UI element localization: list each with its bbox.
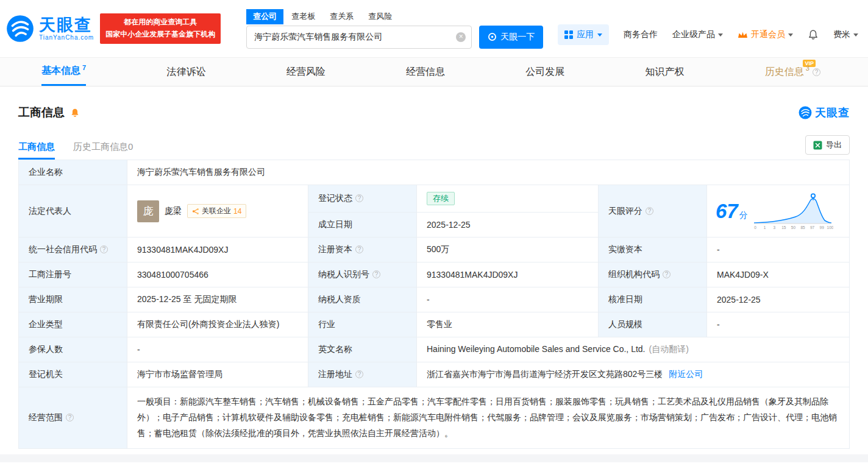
reg-capital-label: 注册资本 [308,238,417,262]
english-name-value: Haining Weileying Automobile Sales and S… [417,337,850,362]
export-button[interactable]: 导出 [805,135,850,155]
company-type-value: 有限责任公司(外商投资企业法人独资) [127,312,308,337]
tyc-score-cell: 67分 0 1 3 15 50 [707,185,850,238]
related-companies-count: 14 [233,207,241,216]
brand-name: 天眼查 [39,16,94,35]
legal-rep-avatar[interactable]: 庞 [137,200,159,222]
tab-legal-litigation[interactable]: 法律诉讼 [166,58,205,86]
score-distribution-chart: 0 1 3 15 50 85 97 99 100 [753,192,833,231]
search-input[interactable] [246,26,472,49]
business-scope-value: 一般项目：新能源汽车整车销售；汽车销售；机械设备销售；五金产品零售；汽车零配件零… [127,387,850,449]
tab-history-info-count: 3 [806,65,809,72]
search-button[interactable]: 天眼一下 [479,26,543,49]
svg-text:15: 15 [781,225,786,230]
credit-code-value: 91330481MAK4JD09XJ [127,238,308,262]
table-row: 企业名称 海宁蔚乐萤汽车销售服务有限公司 [19,160,850,185]
tianyancha-logo[interactable]: 天眼查 TianYanCha.com [6,15,94,43]
open-vip-label: 开通会员 [751,29,785,40]
tab-basic-info[interactable]: 基本信息 7 [41,58,86,86]
legal-rep-label: 法定代表人 [19,185,127,238]
tab-business-info[interactable]: 经营信息 [406,58,445,86]
tyc-score-label: 天眼评分 [599,185,707,238]
insured-count-value: - [127,337,308,362]
eye-icon [488,32,497,41]
auto-translate-note: (自动翻译) [649,344,689,354]
business-term-label: 营业期限 [19,287,127,312]
chevron-down-icon [788,33,793,37]
help-icon[interactable] [646,207,653,215]
business-cooperation-link[interactable]: 商务合作 [624,29,658,40]
english-name-label: 英文名称 [308,337,417,362]
tab-history-info-label: 历史信息 [765,66,804,79]
paid-capital-value: - [707,238,850,262]
staff-size-label: 人员规模 [599,312,707,337]
table-row: 经营范围 一般项目：新能源汽车整车销售；汽车销售；机械设备销售；五金产品零售；汽… [19,387,850,449]
reg-number-value: 330481000705466 [127,262,308,287]
table-row: 统一社会信用代码 91330481MAK4JD09XJ 注册资本 500万 实缴… [19,238,850,262]
help-icon[interactable] [66,414,74,421]
section-divider [0,454,868,462]
help-icon[interactable] [355,370,363,378]
tianyancha-logo-icon [799,106,812,119]
nearby-companies-link[interactable]: 附近公司 [669,369,703,379]
notifications-button[interactable] [808,29,819,40]
business-scope-label: 经营范围 [19,387,127,449]
search-tab-company[interactable]: 查公司 [246,9,283,24]
tab-company-development[interactable]: 公司发展 [525,58,564,86]
org-code-label: 组织机构代码 [599,262,707,287]
svg-text:3: 3 [773,225,775,230]
bell-icon [70,108,80,118]
clear-search-icon[interactable] [456,32,466,42]
main-content: 工商信息 天眼查 工商信息 历史工商信息0 [0,105,868,449]
header-right-nav: 应用 商务合作 企业级产品 开通会员 费米 [558,12,858,45]
company-name-value: 海宁蔚乐萤汽车销售服务有限公司 [127,160,850,185]
tab-basic-info-label: 基本信息 [41,65,80,77]
help-icon[interactable] [813,68,820,76]
tab-history-info[interactable]: VIP 历史信息 3 [765,58,820,86]
credit-code-label: 统一社会信用代码 [19,238,127,262]
help-icon[interactable] [663,270,671,278]
apps-menu[interactable]: 应用 [558,24,609,45]
svg-text:0: 0 [754,225,756,230]
subtab-history-registration[interactable]: 历史工商信息0 [73,141,133,160]
tab-operation-risk[interactable]: 经营风险 [286,58,326,86]
enterprise-products-label: 企业级产品 [672,29,715,40]
help-icon[interactable] [355,194,363,202]
bell-icon [808,29,819,40]
user-menu[interactable]: 费米 [833,29,858,40]
tab-intellectual-property[interactable]: 知识产权 [646,58,685,86]
search-tab-risk[interactable]: 查风险 [361,9,399,24]
legal-rep-name-link[interactable]: 庞梁 [165,206,182,217]
company-page-tabs: 基本信息 7 法律诉讼 经营风险 经营信息 公司发展 知识产权 VIP 历史信息… [0,57,868,86]
promo-line-1: 都在用的商业查询工具 [105,16,215,29]
monitor-bell-button[interactable] [70,108,80,118]
taxpayer-id-label: 纳税人识别号 [308,262,417,287]
svg-text:99: 99 [819,225,824,230]
help-icon[interactable] [100,245,108,253]
paid-capital-label: 实缴资本 [599,238,707,262]
reg-address-value: 浙江省嘉兴市海宁市海昌街道海宁经济开发区文苑路802号三楼附近公司 [417,362,850,387]
search-tab-boss[interactable]: 查老板 [285,9,322,24]
open-vip-menu[interactable]: 开通会员 [738,29,793,40]
reg-capital-value: 500万 [417,238,599,262]
staff-size-value: - [707,312,850,337]
svg-text:97: 97 [810,225,815,230]
business-term-value: 2025-12-25 至 无固定期限 [127,287,308,312]
table-row: 参保人数 - 英文名称 Haining Weileying Automobile… [19,337,850,362]
related-companies-badge[interactable]: 关联企业 14 [187,204,246,218]
enterprise-products-menu[interactable]: 企业级产品 [672,29,723,40]
tab-legal-litigation-label: 法律诉讼 [166,66,205,79]
company-type-label: 企业类型 [19,312,127,337]
subtab-business-registration[interactable]: 工商信息 [18,141,55,160]
legal-rep-cell: 庞 庞梁 关联企业 14 [127,185,308,238]
svg-text:1: 1 [764,225,766,230]
crown-icon [738,31,748,39]
help-icon[interactable] [372,270,380,278]
help-icon[interactable] [355,245,363,253]
top-header: 天眼查 TianYanCha.com 都在用的商业查询工具 国家中小企业发展子基… [0,0,868,57]
reg-address-label: 注册地址 [308,362,417,387]
taxpayer-qualification-value: - [417,287,599,312]
search-tab-relation[interactable]: 查关系 [323,9,360,24]
tyc-score-unit: 分 [739,210,748,220]
reg-status-value: 存续 [417,185,599,213]
